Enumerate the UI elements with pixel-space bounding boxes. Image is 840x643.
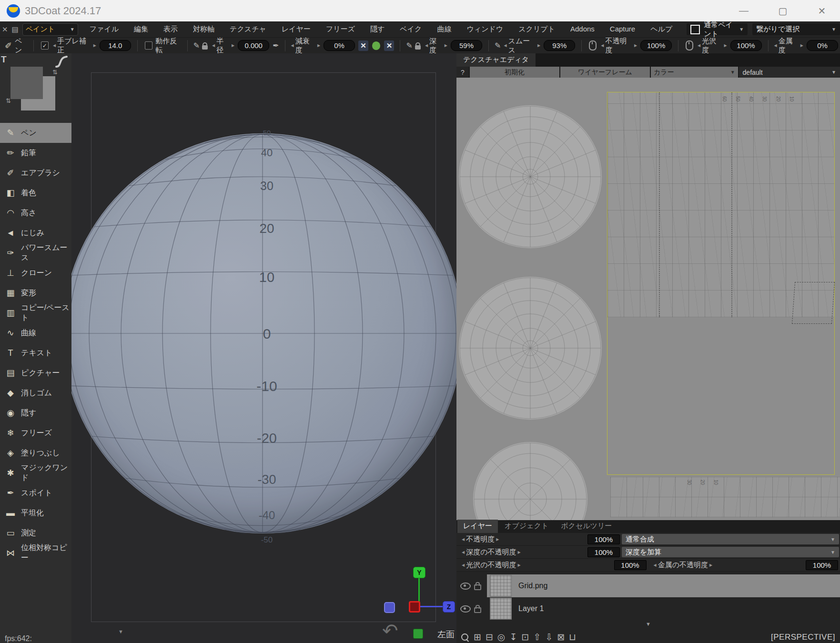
help-button[interactable]: ? xyxy=(456,67,469,78)
tool-item[interactable]: T テキスト xyxy=(0,343,71,363)
layer-action-icon[interactable]: ⇩ xyxy=(545,632,553,643)
gloss-opacity-label[interactable]: 光沢の不透明度 xyxy=(466,561,516,570)
paint-mode-checkbox[interactable] xyxy=(690,25,700,34)
menu-item[interactable]: ウィンドウ xyxy=(459,25,511,34)
layer-list-collapse-icon[interactable]: ▼ xyxy=(456,621,840,627)
layer-action-icon[interactable]: ⊠ xyxy=(557,632,565,643)
tool-item[interactable]: ◈ 塗りつぶし xyxy=(0,443,71,463)
layer-action-icon[interactable]: ⊞ xyxy=(474,632,481,643)
lock-icon[interactable] xyxy=(415,45,421,50)
falloff-value[interactable]: 0% xyxy=(324,40,355,51)
channel-dropdown[interactable]: カラー ▼ xyxy=(651,67,738,78)
gloss-opacity-value[interactable]: 100% xyxy=(614,560,647,570)
tool-item[interactable]: ▦ 変形 xyxy=(0,283,71,303)
gloss-label[interactable]: 光沢度 xyxy=(702,37,722,55)
radius-label[interactable]: 半径 xyxy=(216,37,230,55)
tool-item[interactable]: ✑ パワースムース xyxy=(0,243,71,263)
tool-item[interactable]: ▥ コピー/ペースト xyxy=(0,303,71,323)
preset-dropdown[interactable]: default ▼ xyxy=(739,67,840,78)
tool-item[interactable]: ⊥ クローン xyxy=(0,263,71,283)
smooth-label[interactable]: スムース xyxy=(508,37,536,55)
tool-item[interactable]: ❄ フリーズ xyxy=(0,423,71,443)
pencil-icon[interactable]: ✎ xyxy=(193,41,200,50)
uv-canvas[interactable]: 605040302010 302010 xyxy=(456,78,840,520)
tool-item[interactable]: ⋈ 位相対称コピー xyxy=(0,543,71,563)
opacity-value[interactable]: 100% xyxy=(640,40,672,51)
visibility-eye-icon[interactable] xyxy=(460,583,471,590)
layer-lock-icon[interactable] xyxy=(474,607,481,613)
primary-color-swatch[interactable] xyxy=(10,67,43,99)
selection-mode-dropdown[interactable]: 繋がりで選択 ▼ xyxy=(752,23,840,35)
gizmo-secondary-handle[interactable] xyxy=(384,602,395,613)
x-axis-handle[interactable] xyxy=(409,601,420,613)
layer-action-icon[interactable]: ⊡ xyxy=(521,632,529,643)
menu-item[interactable]: Addons xyxy=(563,25,602,34)
layer-action-icon[interactable]: ◎ xyxy=(497,632,506,643)
depth-opacity-label[interactable]: 深度の不透明度 xyxy=(466,548,516,557)
visibility-eye-icon[interactable] xyxy=(460,605,471,613)
tool-item[interactable]: ✐ エアブラシ xyxy=(0,163,71,183)
menu-item[interactable]: レイヤー xyxy=(274,25,318,34)
metal-opacity-label[interactable]: 金属の不透明度 xyxy=(658,561,708,570)
close-room-icon[interactable]: ✕ xyxy=(2,25,8,34)
depth-label[interactable]: 深度 xyxy=(429,37,443,55)
depth-blend-dropdown[interactable]: 深度を加算 ▼ xyxy=(622,547,839,557)
stroke-curve-icon[interactable] xyxy=(54,54,69,70)
y-axis-handle[interactable]: Y xyxy=(413,567,425,578)
tool-item[interactable]: ∿ 曲線 xyxy=(0,323,71,343)
tool-item[interactable]: ▤ ピクチャー xyxy=(0,363,71,383)
paint-mode-dropdown[interactable]: 通常ペイント ▼ xyxy=(687,23,748,35)
tool-item[interactable]: ◄ にじみ xyxy=(0,223,71,243)
menu-item[interactable]: 対称軸 xyxy=(185,25,222,34)
clear-curve-icon[interactable]: ✕ xyxy=(384,40,394,51)
layer-opacity-value[interactable]: 100% xyxy=(587,534,620,544)
undo-arrow-icon[interactable]: ↶ xyxy=(382,621,398,640)
tool-item[interactable]: ◉ 隠す xyxy=(0,403,71,423)
3d-viewport[interactable]: 50403020100-10-20-30-40-50 Y Z ↶ 左面 xyxy=(71,53,456,643)
menu-item[interactable]: ファイル xyxy=(82,25,126,34)
chevron-down-icon[interactable]: ▼ xyxy=(118,629,123,634)
metal-label[interactable]: 金属度 xyxy=(779,37,799,55)
layer-lock-icon[interactable] xyxy=(474,584,481,590)
stabilizer-label[interactable]: 手ブレ補正 xyxy=(57,37,92,55)
tool-item[interactable]: ✏ 鉛筆 xyxy=(0,143,71,163)
layers-tab[interactable]: レイヤー xyxy=(457,520,498,533)
tool-item[interactable]: ◧ 着色 xyxy=(0,183,71,203)
metal-opacity-value[interactable]: 100% xyxy=(806,560,838,570)
tab-texture-editor[interactable]: テクスチャエディタ xyxy=(456,53,536,67)
tool-item[interactable]: ▭ 測定 xyxy=(0,523,71,543)
opacity-label[interactable]: 不透明度 xyxy=(605,37,633,55)
wireframe-button[interactable]: ワイヤーフレーム xyxy=(560,67,650,78)
maximize-button[interactable]: ▢ xyxy=(777,5,789,17)
smooth-value[interactable]: 93% xyxy=(544,40,575,51)
layer-row[interactable]: Layer 1 xyxy=(456,600,840,617)
tool-item[interactable]: ✎ ペン xyxy=(0,123,71,143)
room-config-icon[interactable]: ▤ xyxy=(12,25,19,34)
layer-action-icon[interactable]: ⊔ xyxy=(569,632,576,643)
menu-item[interactable]: Capture xyxy=(602,25,643,34)
pencil-icon[interactable]: ✎ xyxy=(495,41,501,50)
pen-nib-icon[interactable]: ✒ xyxy=(273,41,279,50)
depth-opacity-value[interactable]: 100% xyxy=(587,547,620,557)
menu-item[interactable]: 曲線 xyxy=(429,25,459,34)
layer-action-icon[interactable]: ⇧ xyxy=(533,632,541,643)
menu-item[interactable]: 隠す xyxy=(363,25,392,34)
init-button[interactable]: 初期化 xyxy=(470,67,559,78)
stabilizer-checkbox[interactable]: ✓ xyxy=(41,41,49,50)
search-icon[interactable] xyxy=(461,633,468,641)
menu-item[interactable]: スクリプト xyxy=(511,25,563,34)
tool-item[interactable]: ✱ マジックワンド xyxy=(0,463,71,483)
pencil-icon[interactable]: ✎ xyxy=(406,41,412,50)
menu-item[interactable]: フリーズ xyxy=(318,25,363,34)
swap-colors-icon[interactable]: ⇅ xyxy=(6,97,11,104)
radius-value[interactable]: 0.000 xyxy=(238,40,269,51)
tool-item[interactable]: ◠ 高さ xyxy=(0,203,71,223)
swap-colors-icon[interactable]: ⇅ xyxy=(52,69,58,76)
invert-action-label[interactable]: 動作反転 xyxy=(155,37,183,55)
layer-action-icon[interactable]: ⊟ xyxy=(486,632,493,643)
minimize-button[interactable]: — xyxy=(738,5,749,17)
layer-opacity-label[interactable]: 不透明度 xyxy=(466,535,495,544)
layers-tab[interactable]: オブジェクト xyxy=(499,520,554,533)
menu-item[interactable]: ヘルプ xyxy=(643,25,680,34)
falloff-curve-icon[interactable] xyxy=(372,41,380,50)
